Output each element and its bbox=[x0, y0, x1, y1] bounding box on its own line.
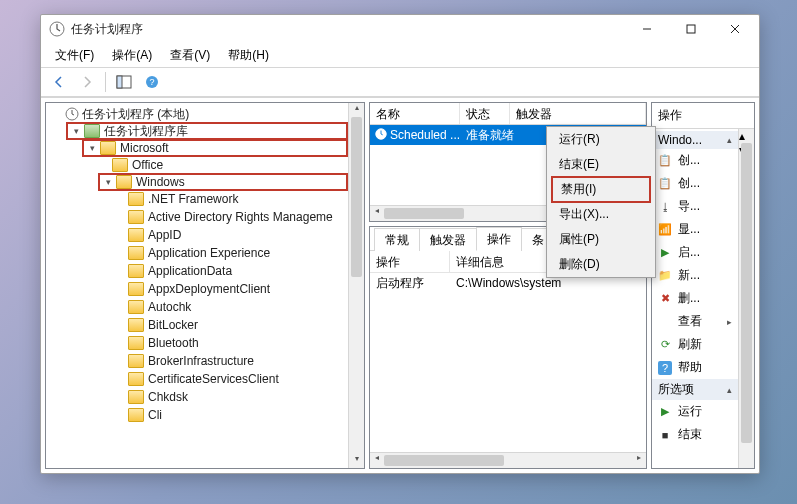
action-item[interactable]: 📶显... bbox=[652, 218, 738, 241]
ctx-delete[interactable]: 删除(D) bbox=[547, 252, 655, 277]
chevron-down-icon[interactable]: ▾ bbox=[70, 126, 82, 136]
tree-item[interactable]: ApplicationData bbox=[114, 262, 348, 280]
maximize-button[interactable] bbox=[669, 15, 713, 43]
refresh-icon: ⟳ bbox=[658, 338, 672, 352]
scroll-up-arrow[interactable]: ▴ bbox=[739, 129, 754, 143]
chevron-down-icon[interactable]: ▾ bbox=[102, 177, 114, 187]
menu-bar: 文件(F) 操作(A) 查看(V) 帮助(H) bbox=[41, 43, 759, 67]
tree-root[interactable]: 任务计划程序 (本地) bbox=[50, 105, 348, 123]
tree-item[interactable]: AppxDeploymentClient bbox=[114, 280, 348, 298]
tree-scrollbar[interactable]: ▴ ▾ bbox=[348, 103, 364, 468]
tree-item[interactable]: Active Directory Rights Manageme bbox=[114, 208, 348, 226]
help-button[interactable]: ? bbox=[140, 71, 164, 93]
tree-windows[interactable]: ▾ Windows bbox=[98, 173, 348, 191]
tree-item[interactable]: Bluetooth bbox=[114, 334, 348, 352]
action-item[interactable]: ▶启... bbox=[652, 241, 738, 264]
tree-item[interactable]: Cli bbox=[114, 406, 348, 424]
action-group-selected[interactable]: 所选项 ▴ bbox=[652, 379, 738, 400]
col-status[interactable]: 状态 bbox=[460, 103, 510, 124]
tree-item[interactable]: Autochk bbox=[114, 298, 348, 316]
task-list-header: 名称 状态 触发器 bbox=[370, 103, 646, 125]
action-icon: ✖ bbox=[658, 292, 672, 306]
chevron-up-icon[interactable]: ▴ bbox=[727, 385, 732, 395]
tree-microsoft[interactable]: ▾ Microsoft bbox=[82, 139, 348, 157]
tree-item-label: Chkdsk bbox=[148, 390, 188, 404]
action-run[interactable]: ▶ 运行 bbox=[652, 400, 738, 423]
action-icon: ⭳ bbox=[658, 200, 672, 214]
action-group-windows[interactable]: Windo... ▴ bbox=[652, 131, 738, 149]
tree-item[interactable]: BitLocker bbox=[114, 316, 348, 334]
scroll-right-arrow[interactable]: ▸ bbox=[632, 453, 646, 468]
show-hide-tree-button[interactable] bbox=[112, 71, 136, 93]
detail-col-action[interactable]: 操作 bbox=[370, 251, 450, 272]
tree-library[interactable]: ▾ 任务计划程序库 bbox=[66, 122, 348, 140]
action-end[interactable]: ■ 结束 bbox=[652, 423, 738, 446]
tree-item[interactable]: Chkdsk bbox=[114, 388, 348, 406]
action-item[interactable]: ⭳导... bbox=[652, 195, 738, 218]
tree-item-label: AppxDeploymentClient bbox=[148, 282, 270, 296]
action-item[interactable]: 📋创... bbox=[652, 149, 738, 172]
folder-icon bbox=[128, 282, 144, 296]
scroll-left-arrow[interactable]: ◂ bbox=[370, 206, 384, 221]
scroll-thumb[interactable] bbox=[351, 117, 362, 277]
chevron-down-icon[interactable]: ▾ bbox=[86, 143, 98, 153]
tab-triggers[interactable]: 触发器 bbox=[419, 228, 477, 251]
action-label: 启... bbox=[678, 244, 700, 261]
action-end-label: 结束 bbox=[678, 426, 702, 443]
tree-item[interactable]: Application Experience bbox=[114, 244, 348, 262]
tree-item[interactable]: BrokerInfrastructure bbox=[114, 352, 348, 370]
menu-file[interactable]: 文件(F) bbox=[47, 45, 102, 66]
folder-icon bbox=[128, 246, 144, 260]
detail-hscroll[interactable]: ◂ ▸ bbox=[370, 452, 646, 468]
action-label: 创... bbox=[678, 175, 700, 192]
action-label: 删... bbox=[678, 290, 700, 307]
tree[interactable]: 任务计划程序 (本地) ▾ 任务计划程序库 bbox=[46, 103, 348, 468]
col-name[interactable]: 名称 bbox=[370, 103, 460, 124]
tab-general[interactable]: 常规 bbox=[374, 228, 420, 251]
close-button[interactable] bbox=[713, 15, 757, 43]
ctx-disable[interactable]: 禁用(I) bbox=[551, 176, 651, 203]
hscroll-thumb[interactable] bbox=[384, 455, 504, 466]
ctx-end[interactable]: 结束(E) bbox=[547, 152, 655, 177]
scroll-left-arrow[interactable]: ◂ bbox=[370, 453, 384, 468]
folder-icon bbox=[128, 228, 144, 242]
forward-button[interactable] bbox=[75, 71, 99, 93]
detail-body[interactable]: 启动程序 C:\Windows\system bbox=[370, 273, 646, 452]
back-button[interactable] bbox=[47, 71, 71, 93]
tree-item[interactable]: AppID bbox=[114, 226, 348, 244]
task-scheduler-icon bbox=[64, 106, 80, 122]
hscroll-thumb[interactable] bbox=[384, 208, 464, 219]
tree-item-label: CertificateServicesClient bbox=[148, 372, 279, 386]
ctx-run[interactable]: 运行(R) bbox=[547, 127, 655, 152]
action-item[interactable]: 📁新... bbox=[652, 264, 738, 287]
tree-item-label: ApplicationData bbox=[148, 264, 232, 278]
action-refresh[interactable]: ⟳ 刷新 bbox=[652, 333, 738, 356]
col-trigger[interactable]: 触发器 bbox=[510, 103, 646, 124]
ctx-export[interactable]: 导出(X)... bbox=[547, 202, 655, 227]
menu-help[interactable]: 帮助(H) bbox=[220, 45, 277, 66]
tree-office[interactable]: Office bbox=[98, 156, 348, 174]
menu-view[interactable]: 查看(V) bbox=[162, 45, 218, 66]
tab-actions[interactable]: 操作 bbox=[476, 227, 522, 251]
action-item[interactable]: 📋创... bbox=[652, 172, 738, 195]
tree-item[interactable]: .NET Framework bbox=[114, 190, 348, 208]
app-icon bbox=[49, 21, 65, 37]
action-icon: 📁 bbox=[658, 269, 672, 283]
menu-action[interactable]: 操作(A) bbox=[104, 45, 160, 66]
action-item[interactable]: ✖删... bbox=[652, 287, 738, 310]
folder-icon bbox=[128, 372, 144, 386]
scroll-down-arrow[interactable]: ▾ bbox=[349, 454, 364, 468]
action-help[interactable]: ? 帮助 bbox=[652, 356, 738, 379]
tab-conditions[interactable]: 条 bbox=[521, 228, 549, 251]
tree-item-label: Application Experience bbox=[148, 246, 270, 260]
ctx-properties[interactable]: 属性(P) bbox=[547, 227, 655, 252]
action-view[interactable]: 查看 ▸ bbox=[652, 310, 738, 333]
actions-scrollbar[interactable]: ▴ ▾ bbox=[738, 129, 754, 468]
action-group2-label: 所选项 bbox=[658, 381, 694, 398]
tree-item-label: Active Directory Rights Manageme bbox=[148, 210, 333, 224]
chevron-up-icon[interactable]: ▴ bbox=[727, 135, 732, 145]
tree-item[interactable]: CertificateServicesClient bbox=[114, 370, 348, 388]
minimize-button[interactable] bbox=[625, 15, 669, 43]
scroll-up-arrow[interactable]: ▴ bbox=[349, 103, 364, 117]
scroll-thumb[interactable] bbox=[741, 143, 752, 443]
